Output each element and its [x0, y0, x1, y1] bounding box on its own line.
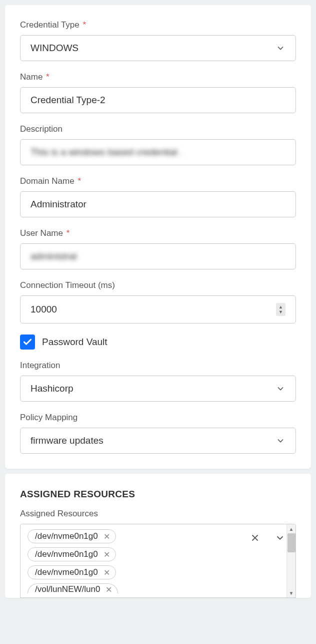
required-asterisk: * — [66, 228, 70, 238]
name-label-text: Name — [20, 72, 42, 82]
scroll-thumb[interactable] — [288, 533, 296, 552]
policy-mapping-select[interactable]: firmware updates — [20, 428, 296, 454]
check-icon — [22, 337, 32, 347]
user-name-label-text: User Name — [20, 228, 63, 238]
password-vault-label: Password Vault — [42, 337, 108, 348]
user-name-group: User Name * — [20, 228, 296, 269]
credential-form-card: Credential Type * WINDOWS Name * Descrip… — [5, 5, 311, 469]
domain-name-label-text: Domain Name — [20, 176, 74, 186]
resource-tag: /dev/nvme0n1g0 ✕ — [28, 529, 116, 543]
chevron-down-icon — [276, 436, 286, 446]
domain-name-input[interactable] — [30, 199, 286, 210]
description-input[interactable] — [30, 147, 286, 158]
connection-timeout-label: Connection Timeout (ms) — [20, 280, 296, 290]
spinner-up-icon: ▲ — [278, 305, 283, 309]
assigned-resources-multiselect[interactable]: /dev/nvme0n1g0 ✕ /dev/nvme0n1g0 ✕ /dev/n… — [20, 524, 296, 598]
multiselect-controls — [250, 529, 288, 543]
assigned-resources-title: ASSIGNED RESOURCES — [20, 489, 296, 500]
policy-mapping-group: Policy Mapping firmware updates — [20, 413, 296, 454]
required-asterisk: * — [78, 176, 81, 186]
tags-column: /dev/nvme0n1g0 ✕ /dev/nvme0n1g0 ✕ /dev/n… — [28, 529, 250, 588]
number-spinner[interactable]: ▲ ▼ — [276, 303, 286, 316]
user-name-input-wrapper — [20, 243, 296, 269]
connection-timeout-input-wrapper: ▲ ▼ — [20, 295, 296, 324]
connection-timeout-input[interactable] — [30, 304, 276, 315]
tag-remove-icon[interactable]: ✕ — [102, 532, 112, 541]
resource-tag-label: /dev/nvme0n1g0 — [35, 531, 98, 541]
resource-tag-label: /vol/lunNEW/lun0 — [35, 584, 100, 593]
description-label: Description — [20, 124, 296, 134]
assigned-resources-group: Assigned Resources /dev/nvme0n1g0 ✕ /dev… — [20, 509, 296, 598]
integration-group: Integration Hashicorp — [20, 361, 296, 402]
password-vault-checkbox[interactable] — [20, 335, 35, 350]
credential-type-label: Credential Type * — [20, 20, 296, 30]
name-input[interactable] — [30, 95, 286, 106]
user-name-input[interactable] — [30, 251, 286, 262]
resource-tag-label: /dev/nvme0n1g0 — [35, 567, 98, 577]
domain-name-group: Domain Name * — [20, 176, 296, 217]
credential-type-group: Credential Type * WINDOWS — [20, 20, 296, 61]
chevron-down-icon[interactable] — [274, 532, 286, 543]
tag-remove-icon[interactable]: ✕ — [102, 568, 112, 577]
credential-type-label-text: Credential Type — [20, 20, 80, 30]
chevron-down-icon — [276, 384, 286, 394]
required-asterisk: * — [46, 72, 50, 82]
description-input-wrapper — [20, 139, 296, 165]
name-input-wrapper — [20, 87, 296, 113]
spinner-down-icon: ▼ — [278, 310, 283, 314]
connection-timeout-group: Connection Timeout (ms) ▲ ▼ — [20, 280, 296, 324]
password-vault-row: Password Vault — [20, 335, 296, 350]
scroll-down-icon[interactable]: ▼ — [287, 588, 296, 597]
name-label: Name * — [20, 72, 296, 82]
description-group: Description — [20, 124, 296, 165]
required-asterisk: * — [83, 20, 86, 30]
policy-mapping-label: Policy Mapping — [20, 413, 296, 423]
domain-name-input-wrapper — [20, 191, 296, 217]
resource-tag: /dev/nvme0n1g0 ✕ — [28, 547, 116, 561]
clear-icon[interactable] — [250, 532, 260, 543]
credential-type-select[interactable]: WINDOWS — [20, 35, 296, 61]
scroll-up-icon[interactable]: ▲ — [287, 524, 296, 533]
chevron-down-icon — [276, 43, 286, 53]
tag-remove-icon[interactable]: ✕ — [104, 585, 114, 594]
policy-mapping-value: firmware updates — [30, 435, 104, 446]
integration-select[interactable]: Hashicorp — [20, 376, 296, 402]
resource-tag: /vol/lunNEW/lun0 ✕ — [28, 583, 118, 593]
user-name-label: User Name * — [20, 228, 296, 238]
assigned-resources-label: Assigned Resources — [20, 509, 296, 519]
scrollbar[interactable]: ▲ ▼ — [286, 524, 296, 597]
assigned-resources-card: ASSIGNED RESOURCES Assigned Resources /d… — [5, 474, 311, 598]
name-group: Name * — [20, 72, 296, 113]
resource-tag-label: /dev/nvme0n1g0 — [35, 549, 98, 559]
resource-tag: /dev/nvme0n1g0 ✕ — [28, 565, 116, 579]
tag-remove-icon[interactable]: ✕ — [102, 550, 112, 559]
domain-name-label: Domain Name * — [20, 176, 296, 186]
integration-value: Hashicorp — [30, 383, 74, 394]
integration-label: Integration — [20, 361, 296, 371]
credential-type-value: WINDOWS — [30, 43, 78, 54]
